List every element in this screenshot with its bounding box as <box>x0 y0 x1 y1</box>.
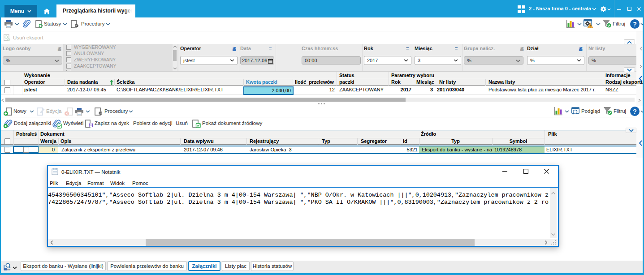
svg-text:?: ? <box>633 108 637 115</box>
svg-text:?: ? <box>633 21 637 28</box>
